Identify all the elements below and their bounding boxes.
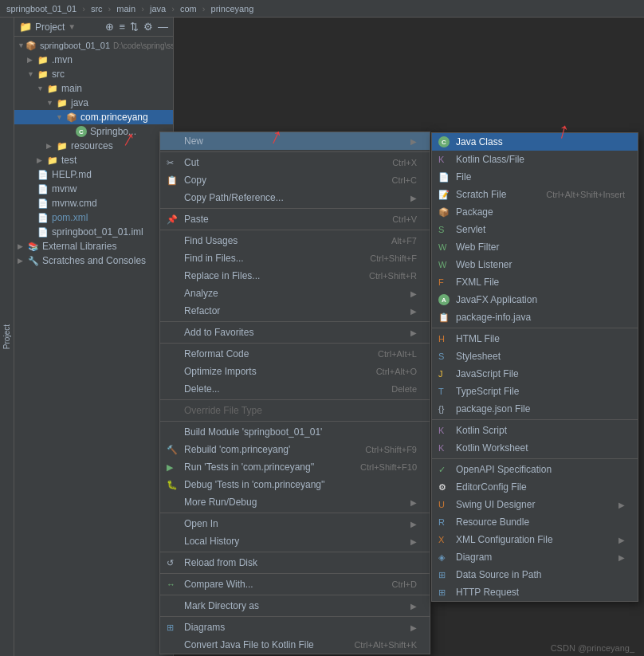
submenu-item-scratch[interactable]: 📝 Scratch File Ctrl+Alt+Shift+Insert bbox=[432, 186, 638, 203]
menu-item-debug[interactable]: 🐛 Debug 'Tests in 'com.princeyang'' bbox=[160, 476, 430, 493]
menu-item-diagrams[interactable]: ⊞ Diagrams ▶ bbox=[160, 619, 430, 636]
menu-item-compare[interactable]: ↔ Compare With... Ctrl+D bbox=[160, 575, 430, 593]
menu-item-findinfiles[interactable]: Find in Files... Ctrl+Shift+F bbox=[160, 249, 430, 267]
tree-label: External Libraries bbox=[42, 241, 116, 252]
run-icon: ▶ bbox=[167, 462, 181, 473]
submenu-item-kotlin[interactable]: K Kotlin Class/File bbox=[432, 151, 638, 168]
submenu-item-pkginfo[interactable]: 📋 package-info.java bbox=[432, 308, 638, 326]
rebuild-icon: 🔨 bbox=[167, 445, 181, 455]
cut-shortcut: Ctrl+X bbox=[392, 158, 417, 167]
settings-icon[interactable]: ⚙ bbox=[143, 21, 153, 33]
submenu-item-datasource[interactable]: ⊞ Data Source in Path bbox=[432, 566, 638, 583]
javafx-icon: A bbox=[438, 294, 453, 306]
menu-item-copy[interactable]: 📋 Copy Ctrl+C bbox=[160, 171, 430, 189]
submenu-item-servlet[interactable]: S Servlet bbox=[432, 221, 638, 238]
menu-item-run[interactable]: ▶ Run 'Tests in 'com.princeyang'' Ctrl+S… bbox=[160, 458, 430, 476]
submenu-arrow: ▶ bbox=[618, 553, 625, 562]
datasource-icon: ⊞ bbox=[438, 570, 453, 580]
menu-item-replace[interactable]: Replace in Files... Ctrl+Shift+R bbox=[160, 267, 430, 285]
tree-item-java[interactable]: ▼ 📁 java bbox=[14, 96, 173, 110]
menu-item-new[interactable]: New ▶ C Java Class K Kotlin Class/File 📄… bbox=[160, 132, 430, 150]
menu-item-rebuild[interactable]: 🔨 Rebuild 'com.princeyang' Ctrl+Shift+F9 bbox=[160, 441, 430, 458]
menu-item-localhistory[interactable]: Local History ▶ bbox=[160, 532, 430, 550]
submenu-item-file[interactable]: 📄 File bbox=[432, 168, 638, 186]
menu-item-favorites[interactable]: Add to Favorites ▶ bbox=[160, 324, 430, 341]
menu-item-copypath[interactable]: Copy Path/Reference... ▶ bbox=[160, 189, 430, 206]
tree-item-resources[interactable]: ▶ 📁 resources bbox=[14, 139, 173, 153]
tree-item-src[interactable]: ▼ 📁 src bbox=[14, 67, 173, 81]
submenu-item-html[interactable]: H HTML File bbox=[432, 330, 638, 348]
chevron-down-icon[interactable]: ▼ bbox=[68, 22, 76, 31]
scratches-icon: 🔧 bbox=[27, 254, 40, 267]
menu-item-convert[interactable]: Convert Java File to Kotlin File Ctrl+Al… bbox=[160, 636, 430, 654]
submenu-item-css[interactable]: S Stylesheet bbox=[432, 348, 638, 365]
js-icon: J bbox=[438, 369, 453, 379]
tree-label: src bbox=[52, 69, 65, 80]
tree-label: test bbox=[61, 155, 77, 166]
sort-icon[interactable]: ⇅ bbox=[130, 21, 139, 33]
menu-item-optimize[interactable]: Optimize Imports Ctrl+Alt+O bbox=[160, 363, 430, 380]
menu-item-openin[interactable]: Open In ▶ bbox=[160, 515, 430, 532]
submenu-item-javafx[interactable]: A JavaFX Application bbox=[432, 291, 638, 308]
title-bar: springboot_01_01 › src › main › java › c… bbox=[0, 0, 644, 18]
menu-item-cut[interactable]: ✂ Cut Ctrl+X bbox=[160, 154, 430, 171]
tree-label: pom.xml bbox=[52, 212, 88, 223]
submenu-item-swing[interactable]: U Swing UI Designer ▶ bbox=[432, 496, 638, 513]
submenu-item-kts[interactable]: K Kotlin Script bbox=[432, 422, 638, 439]
menu-item-reload[interactable]: ↺ Reload from Disk bbox=[160, 554, 430, 572]
menu-sep bbox=[160, 421, 430, 422]
watermark: CSDN @princeyang_ bbox=[541, 640, 644, 656]
submenu-arrow: ▶ bbox=[410, 307, 417, 316]
menu-item-reformat[interactable]: Reformat Code Ctrl+Alt+L bbox=[160, 345, 430, 363]
tree-item-iml[interactable]: ▼ 📄 springboot_01_01.iml bbox=[14, 225, 173, 239]
locate-icon[interactable]: ⊕ bbox=[105, 21, 114, 33]
submenu-item-package[interactable]: 📦 Package bbox=[432, 203, 638, 221]
tree-item-helpmd[interactable]: ▼ 📄 HELP.md bbox=[14, 167, 173, 182]
menu-item-morerundebug[interactable]: More Run/Debug ▶ bbox=[160, 493, 430, 511]
submenu-item-ktw[interactable]: K Kotlin Worksheet bbox=[432, 439, 638, 457]
tree-item-main[interactable]: ▼ 📁 main bbox=[14, 81, 173, 96]
list-icon[interactable]: ≡ bbox=[119, 21, 125, 33]
minimize-icon[interactable]: — bbox=[158, 21, 168, 33]
submenu-item-java-class[interactable]: C Java Class bbox=[432, 133, 638, 151]
tree-item-root[interactable]: ▼ 📦 springboot_01_01 D:\code\spring\ssm\… bbox=[14, 38, 173, 53]
submenu-item-diagram[interactable]: ◈ Diagram ▶ bbox=[432, 548, 638, 566]
submenu-label: Servlet bbox=[456, 224, 625, 235]
menu-item-markdir[interactable]: Mark Directory as ▶ bbox=[160, 597, 430, 615]
menu-item-build[interactable]: Build Module 'springboot_01_01' bbox=[160, 423, 430, 441]
folder-icon: 📁 bbox=[19, 21, 32, 33]
menu-item-refactor[interactable]: Refactor ▶ bbox=[160, 302, 430, 320]
ktw-icon: K bbox=[438, 443, 453, 453]
tree-item-test[interactable]: ▶ 📁 test bbox=[14, 153, 173, 167]
submenu-item-fxml[interactable]: F FXML File bbox=[432, 273, 638, 291]
tree-item-extlibs[interactable]: ▶ 📚 External Libraries bbox=[14, 239, 173, 253]
tree-item-mvn[interactable]: ▶ 📁 .mvn bbox=[14, 53, 173, 67]
submenu-item-weblistener[interactable]: W Web Listener bbox=[432, 256, 638, 273]
menu-label: Reload from Disk bbox=[184, 557, 417, 568]
tree-item-package[interactable]: ▼ 📦 com.princeyang bbox=[14, 110, 173, 124]
submenu-item-webfilter[interactable]: W Web Filter bbox=[432, 238, 638, 256]
menu-item-paste[interactable]: 📌 Paste Ctrl+V bbox=[160, 210, 430, 228]
submenu-item-http[interactable]: ⊞ HTTP Request bbox=[432, 583, 638, 601]
menu-item-analyze[interactable]: Analyze ▶ bbox=[160, 285, 430, 302]
menu-item-findusages[interactable]: Find Usages Alt+F7 bbox=[160, 232, 430, 249]
kt-icon: K bbox=[438, 426, 453, 435]
submenu-arrow: ▶ bbox=[410, 623, 417, 632]
tree-item-mvnw[interactable]: ▼ 📄 mvnw bbox=[14, 182, 173, 196]
submenu-item-ts[interactable]: T TypeScript File bbox=[432, 383, 638, 400]
submenu-item-editorconfig[interactable]: ⚙ EditorConfig File bbox=[432, 478, 638, 496]
side-tab[interactable]: Project bbox=[0, 18, 14, 656]
findinfiles-shortcut: Ctrl+Shift+F bbox=[370, 253, 417, 263]
debug-icon: 🐛 bbox=[167, 480, 181, 490]
tree-item-mvnwcmd[interactable]: ▼ 📄 mvnw.cmd bbox=[14, 196, 173, 210]
tree-item-pomxml[interactable]: ▼ 📄 pom.xml bbox=[14, 210, 173, 225]
submenu-item-js[interactable]: J JavaScript File bbox=[432, 365, 638, 383]
submenu-label: Web Listener bbox=[456, 259, 625, 270]
menu-item-delete[interactable]: Delete... Delete bbox=[160, 380, 430, 398]
tree-item-springboot[interactable]: ▼ C Springbo... bbox=[14, 124, 173, 139]
submenu-item-xmlconfig[interactable]: X XML Configuration File ▶ bbox=[432, 531, 638, 548]
submenu-item-openapi[interactable]: ✓ OpenAPI Specification bbox=[432, 461, 638, 478]
tree-item-scratches[interactable]: ▶ 🔧 Scratches and Consoles bbox=[14, 253, 173, 268]
submenu-item-json[interactable]: {} package.json File bbox=[432, 400, 638, 418]
submenu-item-resource[interactable]: R Resource Bundle bbox=[432, 513, 638, 531]
